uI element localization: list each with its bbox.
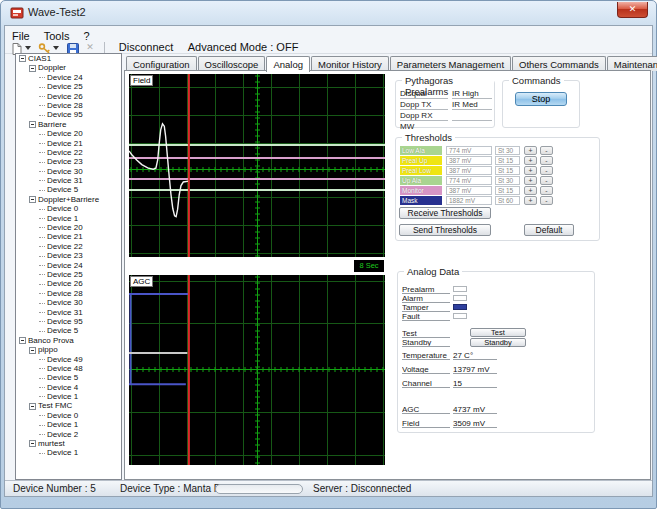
tree-node-device-2[interactable]: Device 2 — [16, 430, 121, 439]
tree-node-doppler[interactable]: Doppler — [16, 63, 121, 72]
test-button[interactable]: Test — [470, 328, 526, 337]
tree-node-device-20[interactable]: Device 20 — [16, 129, 121, 138]
tree-node-device-95[interactable]: Device 95 — [16, 110, 121, 119]
new-file-dropdown-icon[interactable] — [25, 46, 31, 50]
tree-node-device-49[interactable]: Device 49 — [16, 355, 121, 364]
threshold-value-preal-low[interactable]: 387 mV — [446, 166, 492, 175]
tree-node-device-5[interactable]: Device 5 — [16, 326, 121, 335]
tree-node-device-31[interactable]: Device 31 — [16, 176, 121, 185]
threshold-plus-button[interactable]: + — [524, 176, 537, 185]
threshold-st-preal-low[interactable]: St 15 — [495, 166, 520, 175]
send-thresholds-button[interactable]: Send Thresholds — [399, 224, 491, 236]
collapse-icon[interactable] — [29, 440, 36, 447]
collapse-icon[interactable] — [29, 196, 36, 203]
tree-node-pippo[interactable]: pippo — [16, 345, 121, 354]
tree-node-device-25[interactable]: Device 25 — [16, 82, 121, 91]
collapse-icon[interactable] — [29, 347, 36, 354]
threshold-minus-button[interactable]: - — [540, 196, 553, 205]
tree-node-device-21[interactable]: Device 21 — [16, 232, 121, 241]
default-button[interactable]: Default — [524, 224, 574, 236]
device-tree[interactable]: CIAS1DopplerDevice 24Device 25Device 26D… — [15, 53, 122, 480]
tree-node-device-5[interactable]: Device 5 — [16, 185, 121, 194]
tree-node-device-22[interactable]: Device 22 — [16, 148, 121, 157]
collapse-icon[interactable] — [29, 403, 36, 410]
close-button[interactable]: ✕ — [617, 2, 648, 18]
threshold-st-up-ala[interactable]: St 30 — [495, 176, 520, 185]
threshold-st-monitor[interactable]: St 15 — [495, 186, 520, 195]
threshold-minus-button[interactable]: - — [540, 146, 553, 155]
analog-indicator-fault — [453, 313, 467, 319]
tree-node-device-30[interactable]: Device 30 — [16, 167, 121, 176]
receive-thresholds-button[interactable]: Receive Thresholds — [399, 207, 491, 219]
threshold-st-low-ala[interactable]: St 30 — [495, 146, 520, 155]
threshold-value-low-ala[interactable]: 774 mV — [446, 146, 492, 155]
tree-node-cias1[interactable]: CIAS1 — [16, 54, 121, 63]
tree-connector — [39, 312, 45, 313]
tree-node-device-24[interactable]: Device 24 — [16, 73, 121, 82]
threshold-value-monitor[interactable]: 387 mV — [446, 186, 492, 195]
tree-node-device-21[interactable]: Device 21 — [16, 139, 121, 148]
tree-node-device-0[interactable]: Device 0 — [16, 204, 121, 213]
tab-configuration[interactable]: Configuration — [126, 56, 197, 71]
analog-field-value-voltage: 13797 mV — [453, 365, 497, 374]
tab-others-commands[interactable]: Others Commands — [512, 56, 606, 71]
tree-node-doppler-barriere[interactable]: Doppler+Barriere — [16, 195, 121, 204]
standby-button[interactable]: Standby — [470, 338, 526, 347]
tab-oscilloscope[interactable]: Oscilloscope — [198, 56, 266, 71]
tree-node-banco-prova[interactable]: Banco Prova — [16, 336, 121, 345]
collapse-icon[interactable] — [29, 65, 36, 72]
tree-node-device-28[interactable]: Device 28 — [16, 289, 121, 298]
tree-node-device-31[interactable]: Device 31 — [16, 308, 121, 317]
tree-node-device-24[interactable]: Device 24 — [16, 261, 121, 270]
collapse-icon[interactable] — [19, 337, 26, 344]
threshold-st-mask[interactable]: St 60 — [495, 196, 520, 205]
threshold-minus-button[interactable]: - — [540, 166, 553, 175]
tab-parameters-management[interactable]: Parameters Management — [390, 56, 511, 71]
tree-node-device-23[interactable]: Device 23 — [16, 157, 121, 166]
tree-node-device-23[interactable]: Device 23 — [16, 251, 121, 260]
tree-node-device-1[interactable]: Device 1 — [16, 420, 121, 429]
tree-node-device-1[interactable]: Device 1 — [16, 392, 121, 401]
analog-indicator-label-alarm: Alarm — [402, 294, 450, 303]
threshold-value-mask[interactable]: 1882 mV — [446, 196, 492, 205]
collapse-icon[interactable] — [29, 121, 36, 128]
tab-analog[interactable]: Analog — [266, 56, 310, 72]
tree-node-device-22[interactable]: Device 22 — [16, 242, 121, 251]
collapse-icon[interactable] — [19, 55, 26, 62]
threshold-value-up-ala[interactable]: 774 mV — [446, 176, 492, 185]
threshold-minus-button[interactable]: - — [540, 186, 553, 195]
threshold-value-preal-up[interactable]: 387 mV — [446, 156, 492, 165]
tree-node-device-20[interactable]: Device 20 — [16, 223, 121, 232]
stop-button[interactable]: Stop — [515, 92, 567, 106]
tree-node-barriere[interactable]: Barriere — [16, 120, 121, 129]
tree-node-device-25[interactable]: Device 25 — [16, 270, 121, 279]
tree-node-device-5[interactable]: Device 5 — [16, 373, 121, 382]
threshold-plus-button[interactable]: + — [524, 166, 537, 175]
key-dropdown-icon[interactable] — [53, 46, 59, 50]
threshold-plus-button[interactable]: + — [524, 196, 537, 205]
threshold-st-preal-up[interactable]: St 15 — [495, 156, 520, 165]
tree-node-device-1[interactable]: Device 1 — [16, 448, 121, 457]
disconnect-button[interactable]: Disconnect — [114, 41, 178, 54]
threshold-minus-button[interactable]: - — [540, 176, 553, 185]
threshold-plus-button[interactable]: + — [524, 186, 537, 195]
tab-maintenance[interactable]: Maintenance — [607, 56, 657, 71]
analog-field-value-agc: 4737 mV — [453, 405, 497, 414]
tree-node-device-95[interactable]: Device 95 — [16, 317, 121, 326]
tree-node-device-0[interactable]: Device 0 — [16, 411, 121, 420]
tree-node-device-4[interactable]: Device 4 — [16, 383, 121, 392]
tree-node-device-26[interactable]: Device 26 — [16, 92, 121, 101]
tab-monitor-history[interactable]: Monitor History — [311, 56, 389, 71]
tree-node-murtest[interactable]: murtest — [16, 439, 121, 448]
tree-node-device-1[interactable]: Device 1 — [16, 214, 121, 223]
threshold-plus-button[interactable]: + — [524, 146, 537, 155]
tree-node-device-28[interactable]: Device 28 — [16, 101, 121, 110]
tree-node-device-48[interactable]: Device 48 — [16, 364, 121, 373]
threshold-name-preal-low: Preal Low — [400, 166, 442, 175]
tree-node-device-26[interactable]: Device 26 — [16, 279, 121, 288]
title-bar[interactable]: Wave-Test2 ✕ — [1, 1, 656, 25]
threshold-plus-button[interactable]: + — [524, 156, 537, 165]
tree-node-device-30[interactable]: Device 30 — [16, 298, 121, 307]
threshold-minus-button[interactable]: - — [540, 156, 553, 165]
tree-node-test-fmc[interactable]: Test FMC — [16, 401, 121, 410]
